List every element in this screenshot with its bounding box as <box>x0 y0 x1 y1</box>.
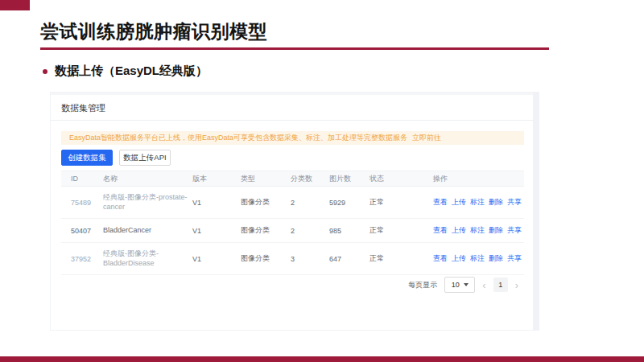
bullet-icon <box>43 69 47 74</box>
chevron-down-icon <box>464 283 469 286</box>
col-header-type: 类型 <box>241 174 291 184</box>
action-view-link[interactable]: 查看 <box>433 253 448 264</box>
action-share-link[interactable]: 共享 <box>507 197 522 208</box>
row-actions: 查看 上传 标注 删除 共享 <box>433 225 524 236</box>
dataset-images: 5929 <box>329 199 369 207</box>
header-divider <box>51 120 533 121</box>
easydl-console-screenshot: 数据集管理 EasyData智能数据服务平台已上线，使用EasyData可享受包… <box>50 92 539 331</box>
action-delete-link[interactable]: 删除 <box>489 253 503 264</box>
dataset-classes: 2 <box>291 227 329 235</box>
page-title: 尝试训练膀胱肿瘤识别模型 <box>40 19 267 44</box>
dataset-version: V1 <box>192 199 241 207</box>
slide: 尝试训练膀胱肿瘤识别模型 数据上传（EasyDL经典版） 数据集管理 EasyD… <box>0 0 644 362</box>
pagination: 每页显示 10 ‹ 1 › <box>408 276 518 294</box>
col-header-name: 名称 <box>103 174 192 184</box>
status-badge: 正常 <box>369 253 433 264</box>
col-header-images: 图片数 <box>329 174 369 184</box>
dataset-name: BladderCancer <box>103 226 192 236</box>
console-top-strip <box>51 93 539 95</box>
table-header-row: ID 名称 版本 类型 分类数 图片数 状态 操作 <box>61 171 524 187</box>
dataset-id: 75489 <box>61 199 103 207</box>
dataset-name: 经典版-图像分类-prostate- cancer <box>103 193 192 212</box>
dataset-name-line1: 经典版-图像分类-prostate- <box>103 193 188 201</box>
page-size-select[interactable]: 10 <box>444 277 475 293</box>
slide-bottom-accent <box>0 356 644 362</box>
table-row: 50407 BladderCancer V1 图像分类 2 985 正常 查看 … <box>61 219 524 243</box>
dataset-version: V1 <box>192 227 241 235</box>
status-badge: 正常 <box>369 197 433 208</box>
page-size-label: 每页显示 <box>408 280 437 290</box>
col-header-id: ID <box>61 175 103 183</box>
dataset-type: 图像分类 <box>241 225 291 236</box>
notice-text: EasyData智能数据服务平台已上线，使用EasyData可享受包含数据采集、… <box>69 134 407 142</box>
dataset-name-line2: cancer <box>103 203 125 211</box>
action-delete-link[interactable]: 删除 <box>489 225 503 236</box>
bullet-item: 数据上传（EasyDL经典版） <box>43 64 208 79</box>
col-header-actions: 操作 <box>433 174 524 184</box>
action-upload-link[interactable]: 上传 <box>452 225 466 236</box>
slide-corner-accent <box>0 0 30 10</box>
toolbar: 创建数据集 数据上传API <box>61 150 171 166</box>
page-scroll-gutter <box>533 93 539 330</box>
row-actions: 查看 上传 标注 删除 共享 <box>433 197 524 208</box>
action-upload-link[interactable]: 上传 <box>452 253 466 264</box>
dataset-classes: 2 <box>291 199 329 207</box>
dataset-name: 经典版-图像分类- BladderDisease <box>103 249 192 268</box>
title-underline <box>40 47 549 50</box>
prev-page-button[interactable]: ‹ <box>482 280 485 290</box>
dataset-table: ID 名称 版本 类型 分类数 图片数 状态 操作 75489 经典版-图像分类… <box>61 171 524 275</box>
bullet-text: 数据上传（EasyDL经典版） <box>55 64 208 79</box>
dataset-name-line1: 经典版-图像分类- <box>103 249 159 257</box>
col-header-version: 版本 <box>192 174 241 184</box>
dataset-version: V1 <box>192 255 241 263</box>
dataset-name-line2: BladderDisease <box>103 259 155 267</box>
table-row: 75489 经典版-图像分类-prostate- cancer V1 图像分类 … <box>61 187 524 219</box>
dataset-images: 647 <box>329 255 369 263</box>
upload-api-button[interactable]: 数据上传API <box>119 150 171 166</box>
table-row: 37952 经典版-图像分类- BladderDisease V1 图像分类 3… <box>61 243 524 275</box>
dataset-id: 37952 <box>61 255 103 263</box>
dataset-type: 图像分类 <box>241 253 291 264</box>
page-size-value: 10 <box>452 281 460 289</box>
create-dataset-button[interactable]: 创建数据集 <box>61 150 113 166</box>
page-number-button[interactable]: 1 <box>493 278 508 292</box>
console-page-title: 数据集管理 <box>61 102 105 114</box>
action-annotate-link[interactable]: 标注 <box>470 253 485 264</box>
action-annotate-link[interactable]: 标注 <box>470 225 485 236</box>
row-actions: 查看 上传 标注 删除 共享 <box>433 253 524 264</box>
col-header-status: 状态 <box>369 174 433 184</box>
status-badge: 正常 <box>369 225 433 236</box>
action-annotate-link[interactable]: 标注 <box>470 197 485 208</box>
next-page-button[interactable]: › <box>515 280 518 290</box>
easydata-notice-banner: EasyData智能数据服务平台已上线，使用EasyData可享受包含数据采集、… <box>61 131 524 145</box>
action-view-link[interactable]: 查看 <box>433 225 448 236</box>
action-share-link[interactable]: 共享 <box>507 225 522 236</box>
dataset-classes: 3 <box>291 255 329 263</box>
dataset-type: 图像分类 <box>241 197 291 208</box>
action-view-link[interactable]: 查看 <box>433 197 448 208</box>
dataset-images: 985 <box>329 227 369 235</box>
dataset-id: 50407 <box>61 227 103 235</box>
notice-go-link[interactable]: 立即前往 <box>412 134 441 142</box>
col-header-classes: 分类数 <box>291 174 329 184</box>
action-share-link[interactable]: 共享 <box>507 253 522 264</box>
action-delete-link[interactable]: 删除 <box>489 197 503 208</box>
action-upload-link[interactable]: 上传 <box>452 197 466 208</box>
